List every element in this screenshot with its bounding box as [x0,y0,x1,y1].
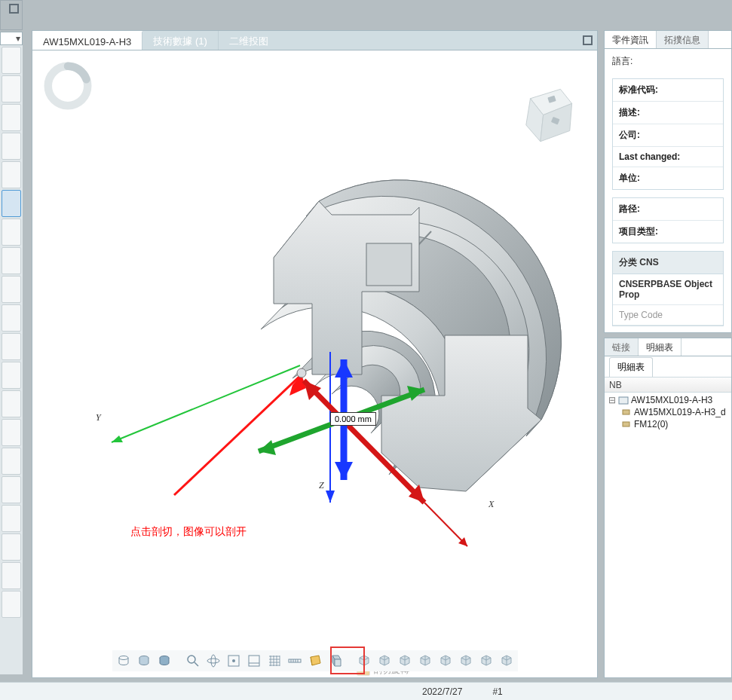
section-plane-button[interactable] [326,652,345,670]
rail-tab-20[interactable] [2,591,21,618]
tree-child-2-label: FM12(0) [634,419,668,429]
bom-subtabs: 明細表 [605,356,731,378]
iso-view-6-button[interactable] [457,652,475,670]
svg-point-30 [188,656,195,663]
svg-point-33 [211,655,216,667]
iso-view-7-button[interactable] [477,652,495,670]
rail-tab-1[interactable] [2,47,21,74]
rail-tab-19[interactable] [2,562,21,589]
tab-topology[interactable]: 拓撲信息 [657,31,709,48]
svg-marker-25 [335,462,353,480]
rail-tab-13[interactable] [2,390,21,417]
axis-y-label: Y [96,412,101,423]
tab-bom[interactable]: 明細表 [639,338,681,356]
class-row-typecode: Type Code [613,305,723,326]
tree-root[interactable]: ⊟ AW15MXL019-A-H3 [608,394,728,406]
rail-header [0,0,23,30]
iso-view-3-button[interactable] [396,652,414,670]
language-label: 語言: [605,49,731,74]
properties-block-1: 标准代码: 描述: 公司: Last changed: 单位: [612,78,724,190]
status-date: 2022/7/27 [422,686,462,697]
render-wire-button[interactable] [115,652,133,670]
rail-tab-14[interactable] [2,419,21,446]
classification-body: CNSERPBASE Object Prop Type Code [612,274,724,326]
center-view-button[interactable] [225,652,243,670]
rail-tab-4[interactable] [2,133,21,160]
rail-tab-9[interactable] [2,276,21,303]
tab-links[interactable]: 链接 [605,338,639,356]
left-rail [0,0,23,674]
classification-header: 分类 CNS [612,251,724,274]
measure-button[interactable] [286,652,304,670]
properties-block-2: 路径: 项目类型: [612,197,724,243]
rail-tab-12[interactable] [2,362,21,389]
rail-tab-5[interactable] [2,161,21,188]
rail-tab-15[interactable] [2,448,21,475]
rail-tab-17[interactable] [2,505,21,532]
class-row-erp: CNSERPBASE Object Prop [613,274,723,305]
viewer-tabs: AW15MXL019-A-H3 技術數據 (1) 二维投图 [32,31,597,50]
status-bar: 2022/7/27 #1 [0,682,732,700]
bom-subtab[interactable]: 明細表 [609,357,653,377]
iso-view-2-button[interactable] [375,652,394,670]
grid-button[interactable] [265,652,283,670]
render-solid-button[interactable] [135,652,153,670]
svg-rect-8 [366,243,412,286]
iso-view-1-button[interactable] [355,652,373,670]
perspective-button[interactable] [204,652,222,670]
svg-line-11 [174,374,302,495]
bom-panel: 链接 明細表 明細表 NB ⊟ AW15MXL019-A-H3 AW15MXL0… [604,338,732,678]
rail-tab-10[interactable] [2,304,21,332]
prop-unit: 单位: [613,167,723,189]
info-tabs: 零件資訊 拓撲信息 [605,31,731,49]
main-viewer: AW15MXL019-A-H3 技術數據 (1) 二维投图 [32,30,598,678]
restore-icon[interactable] [9,4,19,14]
tab-techdata[interactable]: 技術數據 (1) [142,31,219,50]
zoom-fit-button[interactable] [184,652,202,670]
svg-line-21 [424,503,467,546]
svg-marker-14 [326,491,335,503]
bom-tabs: 链接 明細表 [605,338,731,356]
part-info-panel: 零件資訊 拓撲信息 語言: 标准代码: 描述: 公司: Last changed… [604,30,732,333]
annotation-text: 点击剖切，图像可以剖开 [130,525,247,539]
tree-root-label: AW15MXL019-A-H3 [631,395,712,405]
rail-tab-3[interactable] [2,104,21,131]
iso-view-4-button[interactable] [416,652,434,670]
tab-2dproj[interactable]: 二维投图 [219,31,279,50]
tree-child-1[interactable]: AW15MXL019-A-H3_d [608,406,728,418]
rail-tab-11[interactable] [2,333,21,360]
part-icon [621,420,632,429]
prop-last-changed: Last changed: [613,147,723,167]
iso-view-8-button[interactable] [498,652,516,670]
rail-tab-2[interactable] [2,75,21,102]
axis-x-label: X [489,499,494,510]
tree-child-1-label: AW15MXL019-A-H3_d [634,407,726,417]
tab-part-info[interactable]: 零件資訊 [605,31,657,48]
rail-tab-18[interactable] [2,533,21,561]
prop-company: 公司: [613,124,723,147]
iso-view-5-button[interactable] [436,652,455,670]
svg-point-32 [207,659,219,663]
prop-description: 描述: [613,102,723,124]
maximize-icon[interactable] [583,35,593,45]
rail-dropdown[interactable] [0,32,23,45]
tree-child-2[interactable]: FM12(0) [608,418,728,430]
rail-tabs [0,45,23,674]
viewport-3d[interactable]: 0.000 mm X Y Z 点击剖切，图像可以剖开 剖切旋轉 [32,50,597,677]
prop-path: 路径: [613,198,723,221]
svg-rect-36 [249,656,259,666]
svg-point-26 [297,368,306,378]
svg-rect-38 [619,397,628,404]
rail-tab-8[interactable] [2,247,21,274]
section-cut-button[interactable] [306,652,324,670]
reset-view-button[interactable] [245,652,263,670]
tab-part[interactable]: AW15MXL019-A-H3 [32,31,142,50]
rail-tab-16[interactable] [2,476,21,503]
render-shaded-button[interactable] [155,652,173,670]
rail-tab-7[interactable] [2,219,21,246]
svg-rect-39 [623,410,629,414]
collapse-icon[interactable]: ⊟ [608,395,616,405]
bom-column-header: NB [605,378,731,393]
rail-tab-6[interactable] [2,190,21,217]
assembly-icon [618,396,629,405]
